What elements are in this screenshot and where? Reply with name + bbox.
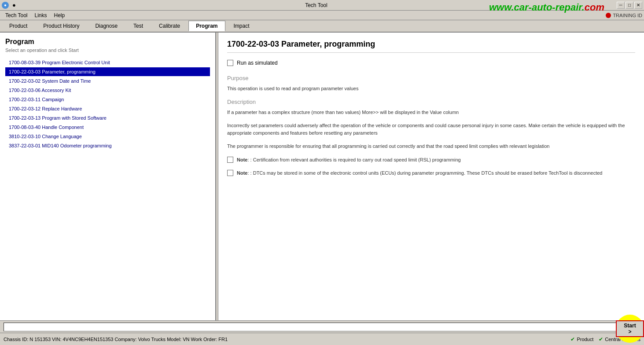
title-bar-controls: ─ □ ✕ bbox=[617, 2, 642, 9]
status-bar: Chassis ID: N 151353 VIN: 4V4NC9EH4EN151… bbox=[0, 333, 644, 345]
right-panel: 1700-22-03-03 Parameter, programming Run… bbox=[218, 33, 644, 320]
note-bold-1: Note bbox=[237, 157, 247, 162]
watermark-text: www.car-auto-repair.com bbox=[489, 2, 604, 13]
training-id-label: TRAINING ID bbox=[613, 13, 642, 18]
note-row-2: Note: : DTCs may be stored in some of th… bbox=[227, 169, 635, 177]
search-input[interactable] bbox=[4, 323, 637, 331]
status-chassis-info: Chassis ID: N 151353 VIN: 4V4NC9EH4EN151… bbox=[4, 337, 570, 342]
menu-tech-tool[interactable]: Tech Tool bbox=[2, 11, 31, 19]
title-bar: ● ● Tech Tool www.car-auto-repair.com ─ … bbox=[0, 0, 644, 11]
list-item[interactable]: 1700-22-03-13 Program with Stored Softwa… bbox=[5, 114, 210, 122]
note-bold-2: Note bbox=[237, 170, 247, 176]
run-as-simulated-label: Run as simulated bbox=[237, 60, 278, 66]
tab-diagnose[interactable]: Diagnose bbox=[88, 21, 125, 31]
note-row-1: Note: : Certification from relevant auth… bbox=[227, 156, 635, 164]
he-label: ● bbox=[12, 2, 16, 8]
list-item[interactable]: 1700-08-03-40 Handle Component bbox=[5, 123, 210, 132]
list-item[interactable]: 3837-22-03-01 MID140 Odometer programmin… bbox=[5, 141, 210, 150]
tab-program[interactable]: Program bbox=[188, 21, 225, 31]
menu-help[interactable]: Help bbox=[51, 11, 69, 19]
description-text-1: If a parameter has a complex structure (… bbox=[227, 109, 635, 116]
tab-impact[interactable]: Impact bbox=[226, 21, 257, 31]
main-content: Program Select an operation and click St… bbox=[0, 33, 644, 320]
note-checkbox-2[interactable] bbox=[227, 170, 233, 176]
list-item-selected[interactable]: 1700-22-03-03 Parameter, programming bbox=[5, 67, 210, 76]
tab-test[interactable]: Test bbox=[126, 21, 151, 31]
list-item[interactable]: 1700-22-03-02 System Date and Time bbox=[5, 77, 210, 85]
product-label: Product bbox=[577, 337, 593, 342]
note-text-2: Note: : DTCs may be stored in some of th… bbox=[237, 169, 603, 177]
start-button[interactable]: Start > bbox=[616, 320, 644, 337]
note-checkbox-1[interactable] bbox=[227, 157, 233, 163]
panel-title: Program bbox=[5, 38, 210, 46]
list-item[interactable]: 1700-22-03-06 Accessory Kit bbox=[5, 86, 210, 95]
app-icon: ● bbox=[2, 2, 9, 9]
description-text-2: Incorrectly set parameters could adverse… bbox=[227, 122, 635, 136]
product-check-icon: ✔ bbox=[570, 336, 575, 342]
detail-title: 1700-22-03-03 Parameter, programming bbox=[227, 40, 635, 53]
purpose-heading: Purpose bbox=[227, 75, 635, 81]
list-item[interactable]: 3810-22-03-10 Change Language bbox=[5, 132, 210, 141]
list-item[interactable]: 1700-08-03-39 Program Electronic Control… bbox=[5, 58, 210, 67]
minimize-button[interactable]: ─ bbox=[617, 2, 625, 9]
watermark: www.car-auto-repair.com bbox=[489, 2, 604, 13]
description-heading: Description bbox=[227, 99, 635, 105]
note-content-2: : DTCs may be stored in some of the elec… bbox=[250, 170, 603, 176]
tab-calibrate[interactable]: Calibrate bbox=[151, 21, 188, 31]
title-bar-left: ● ● bbox=[2, 2, 16, 9]
left-panel: Program Select an operation and click St… bbox=[0, 33, 216, 320]
tab-product-history[interactable]: Product History bbox=[36, 21, 87, 31]
tab-product[interactable]: Product bbox=[2, 21, 35, 31]
description-text-3: The programmer is responsible for ensuri… bbox=[227, 143, 635, 150]
close-button[interactable]: ✕ bbox=[634, 2, 642, 9]
maximize-button[interactable]: □ bbox=[626, 2, 633, 9]
central-systems-check-icon: ✔ bbox=[599, 336, 603, 342]
simulate-row: Run as simulated bbox=[227, 60, 635, 66]
program-list: 1700-08-03-39 Program Electronic Control… bbox=[5, 58, 210, 315]
menu-links[interactable]: Links bbox=[31, 11, 50, 19]
status-product: ✔ Product bbox=[570, 336, 593, 342]
list-item[interactable]: 1700-22-03-12 Replace Hardware bbox=[5, 104, 210, 113]
start-button-highlight: Start > bbox=[616, 315, 644, 343]
note-content-1: : Certification from relevant authoritie… bbox=[250, 157, 461, 162]
list-item[interactable]: 1700-22-03-11 Campaign bbox=[5, 95, 210, 104]
run-as-simulated-checkbox[interactable] bbox=[227, 60, 233, 66]
panel-subtitle: Select an operation and click Start bbox=[5, 48, 210, 53]
purpose-text: This operation is used to read and progr… bbox=[227, 85, 635, 92]
training-dot-icon bbox=[606, 13, 611, 18]
nav-tabs: Product Product History Diagnose Test Ca… bbox=[0, 20, 644, 33]
training-id-area: TRAINING ID bbox=[606, 13, 642, 18]
bottom-action-bar: Start > bbox=[0, 320, 644, 333]
note-text-1: Note: : Certification from relevant auth… bbox=[237, 156, 461, 164]
